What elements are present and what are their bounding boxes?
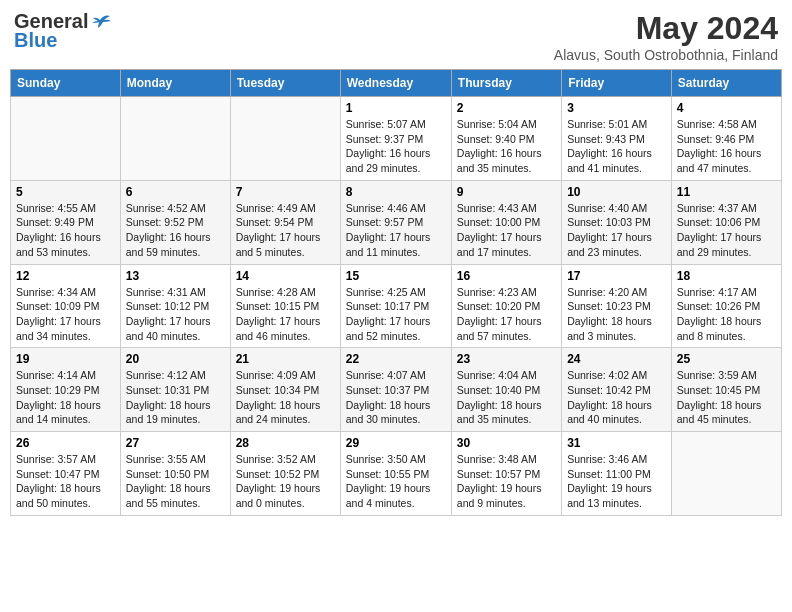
weekday-header-wednesday: Wednesday [340,70,451,97]
day-number: 11 [677,185,776,199]
day-info: Sunrise: 4:34 AM Sunset: 10:09 PM Daylig… [16,285,115,344]
day-info: Sunrise: 4:23 AM Sunset: 10:20 PM Daylig… [457,285,556,344]
day-cell: 22Sunrise: 4:07 AM Sunset: 10:37 PM Dayl… [340,348,451,432]
day-info: Sunrise: 3:57 AM Sunset: 10:47 PM Daylig… [16,452,115,511]
day-info: Sunrise: 4:12 AM Sunset: 10:31 PM Daylig… [126,368,225,427]
day-number: 21 [236,352,335,366]
day-info: Sunrise: 5:07 AM Sunset: 9:37 PM Dayligh… [346,117,446,176]
logo-bird-icon [90,12,112,30]
weekday-header-monday: Monday [120,70,230,97]
day-cell: 26Sunrise: 3:57 AM Sunset: 10:47 PM Dayl… [11,432,121,516]
day-number: 10 [567,185,666,199]
day-number: 7 [236,185,335,199]
weekday-header-row: SundayMondayTuesdayWednesdayThursdayFrid… [11,70,782,97]
day-cell: 7Sunrise: 4:49 AM Sunset: 9:54 PM Daylig… [230,180,340,264]
day-info: Sunrise: 4:49 AM Sunset: 9:54 PM Dayligh… [236,201,335,260]
day-cell: 30Sunrise: 3:48 AM Sunset: 10:57 PM Dayl… [451,432,561,516]
day-info: Sunrise: 3:46 AM Sunset: 11:00 PM Daylig… [567,452,666,511]
weekday-header-saturday: Saturday [671,70,781,97]
week-row-5: 26Sunrise: 3:57 AM Sunset: 10:47 PM Dayl… [11,432,782,516]
month-title: May 2024 [554,10,778,47]
day-cell: 14Sunrise: 4:28 AM Sunset: 10:15 PM Dayl… [230,264,340,348]
day-number: 5 [16,185,115,199]
day-cell: 28Sunrise: 3:52 AM Sunset: 10:52 PM Dayl… [230,432,340,516]
day-number: 14 [236,269,335,283]
day-cell [11,97,121,181]
day-number: 17 [567,269,666,283]
day-info: Sunrise: 4:46 AM Sunset: 9:57 PM Dayligh… [346,201,446,260]
day-cell: 2Sunrise: 5:04 AM Sunset: 9:40 PM Daylig… [451,97,561,181]
day-cell: 3Sunrise: 5:01 AM Sunset: 9:43 PM Daylig… [562,97,672,181]
day-number: 1 [346,101,446,115]
weekday-header-sunday: Sunday [11,70,121,97]
day-number: 12 [16,269,115,283]
day-info: Sunrise: 4:37 AM Sunset: 10:06 PM Daylig… [677,201,776,260]
day-info: Sunrise: 4:07 AM Sunset: 10:37 PM Daylig… [346,368,446,427]
day-cell: 9Sunrise: 4:43 AM Sunset: 10:00 PM Dayli… [451,180,561,264]
day-cell: 18Sunrise: 4:17 AM Sunset: 10:26 PM Dayl… [671,264,781,348]
day-number: 28 [236,436,335,450]
day-cell: 29Sunrise: 3:50 AM Sunset: 10:55 PM Dayl… [340,432,451,516]
day-number: 13 [126,269,225,283]
day-cell: 23Sunrise: 4:04 AM Sunset: 10:40 PM Dayl… [451,348,561,432]
week-row-2: 5Sunrise: 4:55 AM Sunset: 9:49 PM Daylig… [11,180,782,264]
weekday-header-friday: Friday [562,70,672,97]
day-cell: 27Sunrise: 3:55 AM Sunset: 10:50 PM Dayl… [120,432,230,516]
day-cell: 1Sunrise: 5:07 AM Sunset: 9:37 PM Daylig… [340,97,451,181]
day-number: 25 [677,352,776,366]
day-number: 6 [126,185,225,199]
title-block: May 2024 Alavus, South Ostrobothnia, Fin… [554,10,778,63]
day-cell: 4Sunrise: 4:58 AM Sunset: 9:46 PM Daylig… [671,97,781,181]
week-row-1: 1Sunrise: 5:07 AM Sunset: 9:37 PM Daylig… [11,97,782,181]
day-cell: 16Sunrise: 4:23 AM Sunset: 10:20 PM Dayl… [451,264,561,348]
weekday-header-thursday: Thursday [451,70,561,97]
day-number: 19 [16,352,115,366]
day-info: Sunrise: 4:55 AM Sunset: 9:49 PM Dayligh… [16,201,115,260]
calendar-table: SundayMondayTuesdayWednesdayThursdayFrid… [10,69,782,516]
day-info: Sunrise: 4:20 AM Sunset: 10:23 PM Daylig… [567,285,666,344]
day-number: 15 [346,269,446,283]
day-cell: 20Sunrise: 4:12 AM Sunset: 10:31 PM Dayl… [120,348,230,432]
weekday-header-tuesday: Tuesday [230,70,340,97]
day-cell: 19Sunrise: 4:14 AM Sunset: 10:29 PM Dayl… [11,348,121,432]
week-row-3: 12Sunrise: 4:34 AM Sunset: 10:09 PM Dayl… [11,264,782,348]
location-title: Alavus, South Ostrobothnia, Finland [554,47,778,63]
day-cell: 8Sunrise: 4:46 AM Sunset: 9:57 PM Daylig… [340,180,451,264]
day-info: Sunrise: 4:28 AM Sunset: 10:15 PM Daylig… [236,285,335,344]
day-info: Sunrise: 5:01 AM Sunset: 9:43 PM Dayligh… [567,117,666,176]
day-cell: 10Sunrise: 4:40 AM Sunset: 10:03 PM Dayl… [562,180,672,264]
day-info: Sunrise: 3:52 AM Sunset: 10:52 PM Daylig… [236,452,335,511]
day-number: 2 [457,101,556,115]
logo: General Blue [14,10,112,52]
day-info: Sunrise: 4:25 AM Sunset: 10:17 PM Daylig… [346,285,446,344]
day-info: Sunrise: 3:48 AM Sunset: 10:57 PM Daylig… [457,452,556,511]
day-number: 23 [457,352,556,366]
day-number: 24 [567,352,666,366]
day-cell: 6Sunrise: 4:52 AM Sunset: 9:52 PM Daylig… [120,180,230,264]
day-info: Sunrise: 4:14 AM Sunset: 10:29 PM Daylig… [16,368,115,427]
day-info: Sunrise: 4:58 AM Sunset: 9:46 PM Dayligh… [677,117,776,176]
day-info: Sunrise: 4:40 AM Sunset: 10:03 PM Daylig… [567,201,666,260]
day-info: Sunrise: 4:09 AM Sunset: 10:34 PM Daylig… [236,368,335,427]
day-cell [671,432,781,516]
day-cell: 15Sunrise: 4:25 AM Sunset: 10:17 PM Dayl… [340,264,451,348]
day-info: Sunrise: 4:17 AM Sunset: 10:26 PM Daylig… [677,285,776,344]
day-number: 26 [16,436,115,450]
day-info: Sunrise: 3:55 AM Sunset: 10:50 PM Daylig… [126,452,225,511]
day-cell: 12Sunrise: 4:34 AM Sunset: 10:09 PM Dayl… [11,264,121,348]
day-number: 20 [126,352,225,366]
day-number: 22 [346,352,446,366]
day-info: Sunrise: 4:31 AM Sunset: 10:12 PM Daylig… [126,285,225,344]
day-cell: 11Sunrise: 4:37 AM Sunset: 10:06 PM Dayl… [671,180,781,264]
page-header: General Blue May 2024 Alavus, South Ostr… [10,10,782,63]
day-info: Sunrise: 4:02 AM Sunset: 10:42 PM Daylig… [567,368,666,427]
day-number: 18 [677,269,776,283]
day-info: Sunrise: 4:43 AM Sunset: 10:00 PM Daylig… [457,201,556,260]
day-number: 30 [457,436,556,450]
day-cell: 5Sunrise: 4:55 AM Sunset: 9:49 PM Daylig… [11,180,121,264]
day-cell: 21Sunrise: 4:09 AM Sunset: 10:34 PM Dayl… [230,348,340,432]
day-number: 4 [677,101,776,115]
logo-text-blue: Blue [14,29,57,52]
day-number: 27 [126,436,225,450]
day-cell [120,97,230,181]
